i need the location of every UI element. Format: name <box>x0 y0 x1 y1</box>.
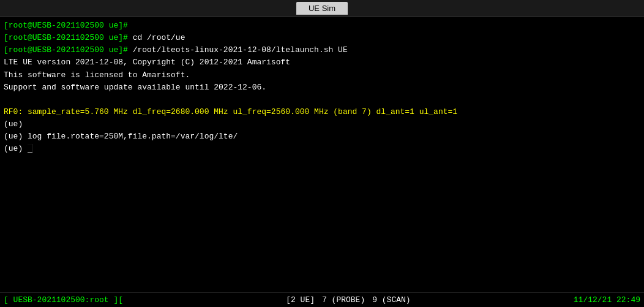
status-left: [ UESB-2021102500:root ][ <box>4 295 123 305</box>
terminal: [root@UESB-2021102500 ue]# [root@UESB-20… <box>0 17 644 292</box>
status-bar: [ UESB-2021102500:root ][ [2 UE] 7 (PROB… <box>0 292 644 307</box>
title-bar: UE Sim <box>0 0 644 17</box>
terminal-line-3: [root@UESB-2021102500 ue]# /root/lteots-… <box>4 44 640 56</box>
terminal-line-4: LTE UE version 2021-12-08, Copyright (C)… <box>4 56 640 69</box>
status-probe: 7 (PROBE) <box>322 295 365 305</box>
status-left-text: [ UESB-2021102500:root ][ <box>4 295 123 305</box>
terminal-line-empty <box>4 94 640 106</box>
title-tab[interactable]: UE Sim <box>296 2 348 15</box>
terminal-line-rf0: RF0: sample_rate=5.760 MHz dl_freq=2680.… <box>4 106 640 118</box>
terminal-line-6: Support and software update available un… <box>4 81 640 94</box>
terminal-line-2: [root@UESB-2021102500 ue]# cd /root/ue <box>4 32 640 44</box>
terminal-line-5: This software is licensed to Amarisoft. <box>4 69 640 81</box>
status-right: 11/12/21 22:49 <box>574 295 640 305</box>
terminal-line-ue1: (ue) <box>4 118 640 131</box>
status-ue: [2 UE] <box>286 295 315 305</box>
status-datetime: 11/12/21 22:49 <box>574 295 640 305</box>
status-scan: 9 (SCAN) <box>372 295 410 305</box>
terminal-line-ue3: (ue) █ <box>4 143 640 155</box>
terminal-line-ue2: (ue) log file.rotate=250M,file.path=/var… <box>4 131 640 143</box>
status-center: [2 UE] 7 (PROBE) 9 (SCAN) <box>286 295 410 305</box>
terminal-line-1: [root@UESB-2021102500 ue]# <box>4 20 640 32</box>
